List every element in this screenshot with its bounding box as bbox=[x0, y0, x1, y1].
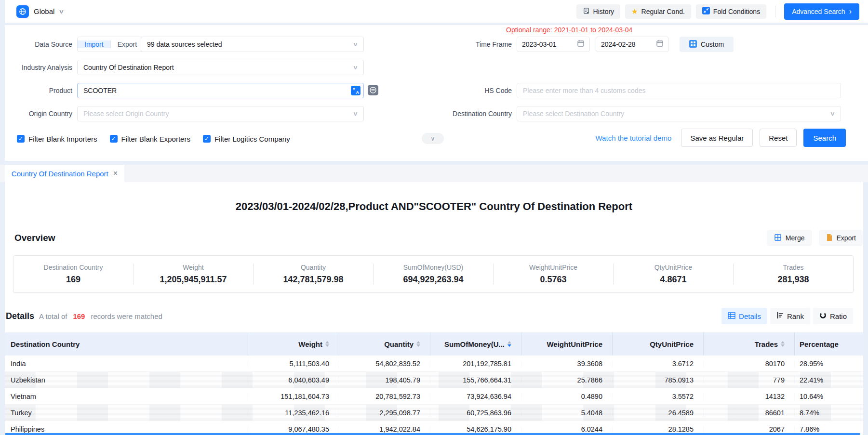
history-button[interactable]: History bbox=[576, 4, 621, 19]
chevron-down-icon: ∨ bbox=[353, 110, 358, 117]
column-label: WeightUnitPrice bbox=[547, 340, 602, 348]
export-button[interactable]: Export bbox=[819, 230, 863, 246]
table-header-row: Destination CountryWeightQuantitySumOfMo… bbox=[5, 332, 863, 356]
checkbox-label: Filter Logitics Company bbox=[214, 135, 290, 143]
data-sources-select[interactable]: 99 data sources selected ∨ bbox=[141, 37, 364, 52]
tutorial-link[interactable]: Watch the tutorial demo bbox=[596, 134, 672, 142]
stat-destination-country: Destination Country169 bbox=[13, 264, 133, 285]
stat-label: Weight bbox=[183, 264, 203, 271]
cell-weightunitprice: 5.4048 bbox=[521, 409, 613, 417]
column-label: Destination Country bbox=[11, 340, 80, 348]
stat-value: 694,929,263.94 bbox=[403, 275, 463, 285]
view-ratio-button[interactable]: Ratio bbox=[813, 308, 853, 324]
hs-code-input[interactable] bbox=[517, 83, 841, 98]
translate-icon[interactable]: A bbox=[351, 86, 361, 97]
cell-country: India bbox=[5, 360, 248, 368]
horizontal-scrollbar[interactable] bbox=[5, 433, 860, 435]
fold-icon bbox=[702, 7, 710, 16]
checkbox-filter-blank-importers[interactable]: ✓Filter Blank Importers bbox=[17, 135, 97, 143]
cell-trades: 14132 bbox=[704, 393, 795, 400]
industry-analysis-select[interactable]: Country Of Destination Report ∨ bbox=[77, 60, 364, 75]
date-end-input[interactable] bbox=[596, 37, 669, 52]
cell-percentage: 8.74% bbox=[795, 409, 863, 417]
arrow-right-icon: › bbox=[849, 8, 852, 15]
save-as-regular-button[interactable]: Save as Regular bbox=[681, 129, 753, 147]
overview-buttons: Merge Export bbox=[767, 230, 863, 246]
stat-label: WeightUnitPrice bbox=[529, 264, 577, 271]
stat-value: 1,205,945,911.57 bbox=[160, 275, 227, 285]
chevron-down-icon: ∨ bbox=[353, 41, 358, 48]
cell-qtyunitprice: 3.5572 bbox=[613, 393, 704, 400]
tab-country-of-destination-report[interactable]: Country Of Destination Report × bbox=[5, 165, 124, 182]
data-source-label: Data Source bbox=[5, 40, 72, 48]
custom-icon bbox=[689, 40, 697, 49]
synonym-icon[interactable] bbox=[368, 85, 378, 97]
cell-quantity: 2,295,098.77 bbox=[339, 409, 430, 417]
overview-header: Overview Merge Export bbox=[14, 228, 863, 248]
checkbox-filter-blank-exporters[interactable]: ✓Filter Blank Exporters bbox=[110, 135, 190, 143]
stat-weight: Weight1,205,945,911.57 bbox=[133, 264, 253, 285]
view-rank-label: Rank bbox=[787, 312, 804, 320]
sort-icon[interactable] bbox=[507, 341, 511, 347]
chevron-down-icon: ∨ bbox=[830, 110, 835, 117]
column-header-quantity[interactable]: Quantity bbox=[339, 332, 430, 356]
details-summary: Details A total of 169 records were matc… bbox=[6, 311, 162, 321]
merge-button[interactable]: Merge bbox=[767, 230, 812, 246]
column-label: SumOfMoney(U... bbox=[444, 340, 505, 348]
date-start-value[interactable] bbox=[522, 40, 566, 48]
stat-label: QtyUnitPrice bbox=[654, 264, 693, 271]
overview-heading: Overview bbox=[14, 233, 55, 243]
column-header-sumofmoney-u[interactable]: SumOfMoney(U... bbox=[430, 332, 521, 356]
view-rank-button[interactable]: Rank bbox=[770, 308, 810, 324]
sort-icon[interactable] bbox=[781, 341, 785, 347]
region-selector[interactable]: Global ∨ bbox=[16, 5, 64, 18]
column-header-trades[interactable]: Trades bbox=[704, 332, 795, 356]
cell-country: Philippines bbox=[5, 425, 248, 433]
collapse-form-button[interactable]: ∨ bbox=[422, 133, 444, 144]
cell-percentage: 28.95% bbox=[795, 360, 863, 368]
optional-range-label: Optional range: bbox=[506, 26, 552, 34]
tab-strip: Country Of Destination Report × bbox=[0, 165, 868, 182]
regular-cond-button[interactable]: ★ Regular Cond. bbox=[625, 4, 691, 19]
history-icon bbox=[583, 7, 590, 16]
advanced-search-button[interactable]: Advanced Search › bbox=[784, 3, 859, 20]
product-input[interactable] bbox=[77, 83, 364, 98]
cell-trades: 80170 bbox=[704, 360, 795, 368]
view-details-button[interactable]: Details bbox=[721, 308, 767, 324]
fold-conditions-label: Fold Conditions bbox=[713, 8, 760, 15]
stat-label: SumOfMoney(USD) bbox=[403, 264, 463, 271]
column-header-weight[interactable]: Weight bbox=[248, 332, 339, 356]
date-end-value[interactable] bbox=[601, 40, 645, 48]
merge-label: Merge bbox=[786, 234, 805, 242]
destination-country-select[interactable]: Please select Destination Country ∨ bbox=[517, 106, 841, 121]
search-button[interactable]: Search bbox=[803, 129, 846, 147]
table-row-india: India5,111,503.4054,802,839.52201,192,78… bbox=[5, 356, 863, 372]
column-header-qtyunitprice: QtyUnitPrice bbox=[613, 332, 704, 356]
import-toggle[interactable]: Import bbox=[78, 40, 110, 48]
cell-trades: 2067 bbox=[704, 425, 795, 433]
stat-trades: Trades281,938 bbox=[733, 264, 853, 285]
reset-button[interactable]: Reset bbox=[760, 129, 797, 147]
fold-conditions-button[interactable]: Fold Conditions bbox=[696, 4, 766, 19]
origin-country-select[interactable]: Please select Origin Country ∨ bbox=[77, 106, 364, 121]
stat-value: 169 bbox=[66, 275, 80, 285]
hs-code-label: HS Code bbox=[435, 87, 512, 94]
checkbox-filter-logitics-company[interactable]: ✓Filter Logitics Company bbox=[203, 135, 290, 143]
optional-range-note: Optional range: 2021-01-01 to 2024-03-04 bbox=[506, 26, 632, 34]
close-icon[interactable]: × bbox=[113, 170, 118, 177]
rank-chart-icon bbox=[776, 312, 784, 320]
cell-sumofmoney-u: 54,626,175.90 bbox=[430, 425, 521, 433]
column-label: QtyUnitPrice bbox=[650, 340, 694, 348]
sort-icon[interactable] bbox=[416, 341, 420, 347]
cell-country: Turkey bbox=[5, 409, 248, 417]
product-field: A bbox=[77, 83, 364, 98]
stat-value: 281,938 bbox=[777, 275, 809, 285]
sort-icon[interactable] bbox=[325, 341, 329, 347]
date-start-input[interactable] bbox=[517, 37, 590, 52]
export-toggle[interactable]: Export bbox=[110, 40, 144, 48]
filter-checkboxes: ✓Filter Blank Importers✓Filter Blank Exp… bbox=[17, 130, 290, 147]
history-label: History bbox=[593, 8, 614, 15]
cell-sumofmoney-u: 73,924,636.94 bbox=[430, 393, 521, 400]
custom-range-button[interactable]: Custom bbox=[680, 37, 734, 52]
chevron-down-icon: ∨ bbox=[353, 64, 358, 71]
